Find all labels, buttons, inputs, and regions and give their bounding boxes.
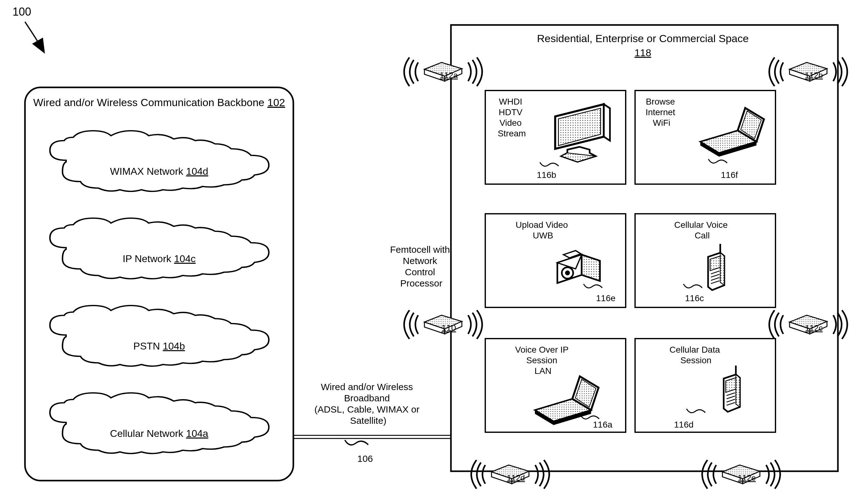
space-title: Residential, Enterprise or Commercial Sp… (537, 33, 749, 44)
cloud-pstn (50, 306, 269, 366)
device-label: Cellular Data Session (670, 345, 723, 365)
link-label: Wired and/or Wireless Broadband (ADSL, C… (314, 382, 422, 426)
cloud-ip (50, 218, 269, 279)
tv-icon (555, 104, 610, 162)
ap-ref: 112b (805, 71, 823, 80)
device-squiggle (708, 159, 727, 163)
cloud-cellular (50, 393, 269, 453)
link-ref: 106 (357, 453, 373, 464)
ap-ref: 112d (507, 473, 525, 483)
device-squiggle (686, 409, 705, 413)
device-ref: 116f (721, 170, 738, 180)
device-label: WHDI HDTV Video Stream (498, 97, 526, 138)
laptop-icon (700, 108, 764, 157)
ap-ref: 112a (440, 71, 458, 80)
cloud-label: PSTN 104b (133, 341, 185, 352)
camcorder-icon (557, 251, 600, 283)
ap-ref: 112e (738, 473, 756, 483)
phone-icon (724, 365, 740, 412)
device-ref: 116d (674, 420, 693, 429)
device-ref: 116c (685, 293, 704, 303)
figure-ref: 100 (13, 5, 31, 18)
device-ref: 116e (596, 293, 616, 303)
device-label: Browse Internet WiFi (646, 97, 678, 128)
backbone-title: Wired and/or Wireless Communication Back… (33, 96, 285, 108)
ap-ref: 112c (805, 323, 823, 333)
cloud-label: Cellular Network 104a (110, 428, 209, 439)
patent-figure: 100 Wired and/or Wireless Communication … (0, 0, 856, 504)
cloud-wimax (50, 131, 269, 191)
cloud-label: WIMAX Network 104d (110, 166, 209, 177)
space-box (451, 25, 838, 471)
cloud-label: IP Network 104c (123, 253, 196, 264)
device-squiggle (540, 162, 558, 166)
link-squiggle (345, 440, 368, 445)
femto-ref: 110 (442, 323, 456, 333)
device-label: Cellular Voice Call (674, 220, 730, 240)
device-label: Upload Video UWB (516, 220, 570, 240)
device-squiggle (584, 284, 602, 288)
device-ref: 116a (593, 420, 612, 429)
device-squiggle (683, 284, 702, 288)
phone-icon (708, 244, 724, 290)
space-ref: 118 (635, 47, 651, 58)
figure-arrow (25, 22, 44, 52)
femto-label: Femtocell with Network Control Processor (390, 244, 452, 288)
device-ref: 116b (537, 170, 556, 180)
device-label: Voice Over IP Session LAN (515, 345, 571, 376)
